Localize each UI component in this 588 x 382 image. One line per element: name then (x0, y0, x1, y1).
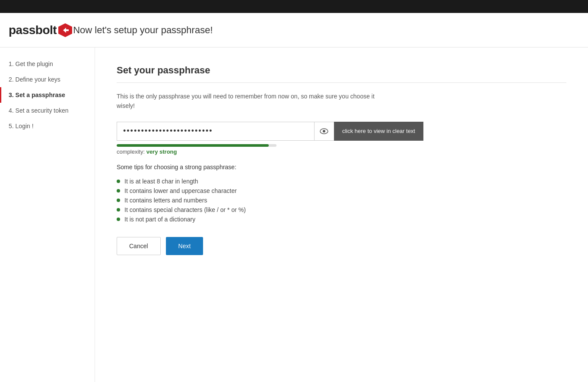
page-title: Set your passphrase (117, 65, 566, 83)
top-bar (0, 0, 588, 13)
bullet-icon (117, 208, 120, 212)
sidebar-item-login[interactable]: 5. Login ! (0, 118, 95, 134)
complexity-value: very strong (146, 148, 177, 155)
logo-icon (57, 22, 73, 38)
tips-list: It is at least 8 char in length It conta… (117, 177, 566, 224)
bullet-icon (117, 180, 120, 183)
strength-bar-track (117, 144, 277, 147)
view-toggle-button[interactable] (314, 122, 334, 141)
strength-bar-fill (117, 144, 269, 147)
button-row: Cancel Next (117, 237, 566, 255)
list-item: It contains lower and uppercase characte… (117, 186, 566, 196)
next-button[interactable]: Next (166, 237, 203, 255)
logo-text: passbolt (9, 23, 57, 37)
passphrase-input[interactable] (117, 122, 314, 141)
list-item: It is not part of a dictionary (117, 215, 566, 224)
list-item: It contains letters and numbers (117, 196, 566, 205)
main-layout: 1. Get the plugin 2. Define your keys 3.… (0, 47, 588, 382)
complexity-label: complexity: very strong (117, 148, 566, 155)
eye-icon (320, 128, 328, 134)
view-clear-text-button[interactable]: click here to view in clear text (334, 122, 423, 141)
cancel-button[interactable]: Cancel (117, 237, 161, 255)
description-text: This is the only passphrase you will nee… (117, 92, 385, 111)
sidebar: 1. Get the plugin 2. Define your keys 3.… (0, 47, 95, 382)
bullet-icon (117, 189, 120, 193)
sidebar-item-security-token[interactable]: 4. Set a security token (0, 103, 95, 118)
header: passbolt Now let's setup your passphrase… (0, 13, 588, 47)
list-item: It contains special characters (like / o… (117, 205, 566, 215)
sidebar-item-keys[interactable]: 2. Define your keys (0, 72, 95, 87)
sidebar-item-plugin[interactable]: 1. Get the plugin (0, 56, 95, 72)
header-title: Now let's setup your passphrase! (73, 25, 213, 36)
svg-point-3 (323, 130, 325, 133)
logo: passbolt (9, 22, 73, 38)
list-item: It is at least 8 char in length (117, 177, 566, 186)
tips-title: Some tips for choosing a strong passphra… (117, 164, 566, 170)
content-area: Set your passphrase This is the only pas… (95, 47, 588, 382)
strength-bar-container (117, 144, 277, 147)
bullet-icon (117, 218, 120, 221)
sidebar-item-passphrase[interactable]: 3. Set a passphrase (0, 87, 95, 103)
bullet-icon (117, 199, 120, 202)
passphrase-row: click here to view in clear text (117, 122, 423, 141)
